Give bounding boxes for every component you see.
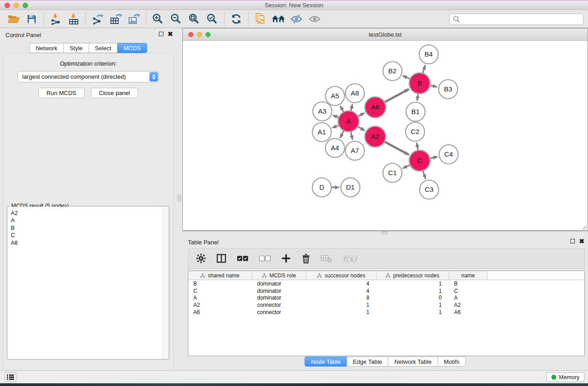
node-A8[interactable]: A8 — [345, 84, 364, 103]
horizontal-split-divider[interactable] — [182, 231, 588, 235]
edge-A-A1[interactable] — [332, 125, 339, 128]
cell-name[interactable]: B — [449, 280, 488, 287]
zoom-in-icon[interactable] — [149, 11, 167, 27]
node-C1[interactable]: C1 — [383, 163, 402, 182]
result-item[interactable]: A — [11, 217, 168, 224]
cell-predecessor-nodes[interactable]: 0 — [377, 294, 449, 301]
float-panel-icon[interactable] — [159, 32, 163, 36]
cell-successor-nodes[interactable]: 1 — [306, 309, 377, 316]
cell-successor-nodes[interactable]: 4 — [306, 287, 377, 295]
edge-C-C4[interactable] — [430, 157, 437, 158]
import-table-icon[interactable] — [65, 11, 83, 27]
edge-A-A4[interactable] — [340, 131, 344, 138]
deselect-all-icon[interactable] — [259, 255, 271, 262]
cell-name[interactable]: A2 — [449, 301, 488, 309]
edge-A-A7[interactable] — [351, 132, 353, 139]
tab-select[interactable]: Select — [89, 43, 118, 53]
new-network-icon[interactable] — [251, 11, 269, 27]
edge-A-A8[interactable] — [351, 104, 352, 110]
columns-icon[interactable] — [216, 253, 226, 263]
edge-A-A2[interactable] — [358, 127, 365, 131]
node-B1[interactable]: B1 — [406, 102, 425, 121]
tab-node-table[interactable]: Node Table — [305, 357, 347, 367]
column-header-successor-nodes[interactable]: successor nodes — [306, 271, 377, 280]
table-row[interactable]: Adominator80A — [188, 294, 584, 301]
edge-B-B4[interactable] — [423, 65, 425, 73]
table-row[interactable]: A2connector11A2 — [188, 301, 584, 309]
cell-name[interactable]: C — [449, 287, 488, 295]
vertical-split-divider[interactable] — [177, 28, 182, 370]
open-session-icon[interactable] — [5, 11, 23, 27]
network-window-titlebar[interactable]: testGlobe.txt — [183, 29, 588, 41]
export-table-icon[interactable] — [107, 11, 125, 27]
criterion-dropdown[interactable]: largest connected component (directed) — [18, 71, 159, 82]
column-header-name[interactable]: name — [449, 271, 488, 280]
cell-shared-name[interactable]: B — [188, 280, 252, 287]
select-all-icon[interactable] — [237, 255, 249, 262]
edge-B-B2[interactable] — [403, 76, 410, 79]
edge-A2-C[interactable] — [385, 142, 409, 155]
node-A1[interactable]: A1 — [312, 123, 331, 142]
resize-grip-icon[interactable] — [582, 224, 587, 230]
table-row[interactable]: Cdominator41C — [188, 287, 584, 295]
cell-MCDS-role[interactable]: dominator — [252, 294, 306, 301]
cell-successor-nodes[interactable]: 1 — [306, 301, 377, 309]
edge-C-C2[interactable] — [417, 143, 418, 150]
export-network-icon[interactable] — [89, 11, 107, 27]
mcds-result-list[interactable]: A2ABCA6 — [8, 207, 168, 359]
cell-shared-name[interactable]: A2 — [188, 301, 252, 309]
close-panel-button[interactable]: Close panel — [91, 88, 139, 98]
node-A4[interactable]: A4 — [325, 138, 344, 157]
node-A[interactable]: A — [338, 111, 359, 132]
cell-predecessor-nodes[interactable]: 1 — [377, 309, 449, 316]
import-network-icon[interactable] — [47, 11, 65, 27]
cell-predecessor-nodes[interactable]: 1 — [377, 287, 449, 295]
zoom-selected-icon[interactable] — [203, 11, 221, 27]
export-image-icon[interactable] — [125, 11, 143, 27]
table-row[interactable]: A6connector11A6 — [188, 309, 584, 316]
node-D1[interactable]: D1 — [341, 178, 360, 197]
node-C4[interactable]: C4 — [439, 145, 458, 164]
tab-network[interactable]: Network — [29, 43, 64, 53]
cell-name[interactable]: A — [449, 294, 488, 301]
search-input[interactable] — [449, 14, 583, 25]
hide-eye-icon[interactable] — [287, 11, 306, 27]
cell-successor-nodes[interactable]: 8 — [306, 294, 377, 301]
zoom-fit-icon[interactable] — [185, 11, 203, 27]
node-A7[interactable]: A7 — [345, 141, 364, 160]
result-scrollbar[interactable] — [163, 207, 168, 359]
edge-A-A3[interactable] — [333, 115, 338, 118]
tab-mcds[interactable]: MCDS — [117, 43, 147, 53]
home-icon[interactable] — [269, 11, 287, 27]
table-row[interactable]: Bdominator41B — [188, 280, 584, 287]
result-item[interactable]: B — [11, 224, 168, 232]
cell-shared-name[interactable]: C — [188, 287, 252, 295]
column-header-shared-name[interactable]: shared name — [188, 271, 252, 280]
node-A5[interactable]: A5 — [325, 86, 344, 105]
tab-network-table[interactable]: Network Table — [388, 357, 438, 367]
node-B2[interactable]: B2 — [383, 62, 402, 81]
node-C3[interactable]: C3 — [420, 180, 439, 199]
delete-table-icon[interactable] — [321, 254, 332, 263]
cell-name[interactable]: A6 — [449, 309, 488, 316]
node-A3[interactable]: A3 — [313, 102, 332, 121]
cell-shared-name[interactable]: A6 — [188, 309, 252, 316]
cell-MCDS-role[interactable]: dominator — [252, 280, 306, 287]
memory-button[interactable]: Memory — [546, 372, 584, 382]
delete-row-icon[interactable] — [301, 253, 311, 264]
task-history-button[interactable] — [5, 372, 16, 382]
cell-MCDS-role[interactable]: connector — [252, 309, 306, 316]
node-B3[interactable]: B3 — [439, 80, 458, 99]
show-eye-icon[interactable] — [306, 11, 324, 27]
cell-predecessor-nodes[interactable]: 1 — [377, 280, 449, 287]
dropdown-stepper-icon[interactable] — [149, 72, 158, 81]
search-field[interactable] — [449, 14, 583, 25]
node-table[interactable]: shared nameMCDS rolesuccessor nodesprede… — [188, 271, 585, 356]
edge-C-C1[interactable] — [403, 165, 410, 168]
result-item[interactable]: A2 — [11, 210, 168, 217]
node-B4[interactable]: B4 — [419, 45, 438, 64]
cell-shared-name[interactable]: A — [188, 294, 252, 301]
network-canvas[interactable]: AA1A2A3A4A5A6A7A8BB1B2B3B4CC1C2C3C4DD1 — [183, 41, 588, 230]
tab-edge-table[interactable]: Edge Table — [346, 357, 388, 367]
float-table-panel-icon[interactable] — [570, 239, 575, 243]
